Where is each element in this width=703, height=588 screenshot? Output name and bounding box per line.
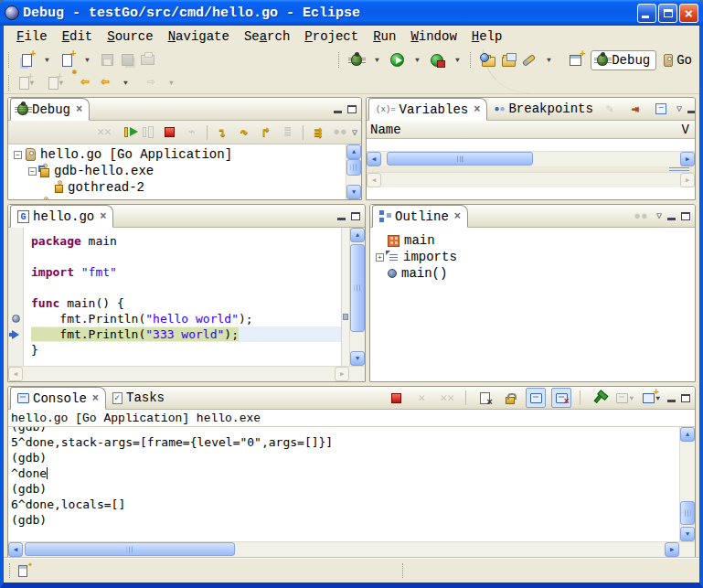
tree-item[interactable]: −gdb-hello.exe — [12, 163, 346, 179]
maximize-view-button[interactable] — [351, 212, 360, 220]
editor-gutter[interactable] — [8, 228, 24, 366]
console-line[interactable]: ^done — [11, 465, 679, 481]
scroll-left-icon[interactable]: ◀ — [8, 367, 23, 381]
next-annotation-button[interactable]: ▼ — [16, 73, 37, 93]
scroll-up-icon[interactable]: ▲ — [346, 144, 361, 159]
run-dropdown[interactable]: ▼ — [407, 50, 427, 70]
collapse-all-button[interactable]: − — [651, 99, 671, 119]
gutter-row[interactable] — [8, 280, 23, 295]
last-edit-location-button[interactable]: ⇦ — [75, 73, 95, 93]
code-line[interactable]: import "fmt" — [31, 264, 341, 280]
debug-button[interactable] — [346, 50, 367, 70]
view-menu-icon[interactable]: ▽ — [656, 210, 662, 221]
variables-table-empty[interactable] — [367, 139, 695, 151]
toolbar-grip[interactable] — [8, 75, 12, 91]
gutter-row[interactable] — [8, 264, 23, 280]
remove-launch-button[interactable]: ✕ — [411, 388, 431, 408]
maximize-view-button[interactable] — [681, 394, 690, 402]
clear-console-button[interactable] — [474, 388, 495, 408]
menu-run[interactable]: Run — [366, 27, 403, 46]
print-button[interactable] — [137, 50, 157, 70]
tab-variables[interactable]: (x)= Variables × — [368, 98, 487, 121]
code-area[interactable]: package mainimport "fmt"func main() { fm… — [24, 228, 341, 366]
console-output[interactable]: (gdb)5^done,stack-args=[frame={level="0"… — [8, 427, 679, 541]
fast-view-icon[interactable] — [18, 565, 27, 577]
forward-button[interactable]: ⇨ — [141, 73, 161, 93]
console-terminate-button[interactable] — [386, 388, 406, 408]
gutter-row[interactable] — [8, 249, 23, 264]
scroll-lock-button[interactable] — [500, 388, 520, 408]
close-window-button[interactable]: × — [679, 4, 698, 23]
back-dropdown[interactable]: ▼ — [115, 73, 135, 93]
view-menu-icon[interactable]: ▽ — [352, 127, 357, 138]
scroll-left-icon[interactable]: ◀ — [367, 152, 381, 166]
tree-item[interactable]: gothread-2 — [12, 179, 346, 196]
scroll-right-icon[interactable]: ▶ — [680, 152, 695, 166]
gutter-row[interactable] — [8, 311, 23, 326]
tab-debug[interactable]: Debug × — [10, 98, 90, 121]
new-wizard-button[interactable] — [16, 50, 37, 70]
step-over-button[interactable]: ↷ — [234, 123, 254, 143]
console-vertical-scrollbar[interactable]: ▲ ▼ — [679, 427, 695, 541]
open-type-button[interactable] — [478, 50, 498, 70]
scrollbar-thumb[interactable] — [350, 244, 365, 332]
minimize-view-button[interactable] — [667, 218, 676, 220]
close-tab-icon[interactable]: × — [474, 103, 480, 116]
detail-pane-scrollbar[interactable]: ◀ ▶ — [367, 172, 695, 187]
scroll-right-icon[interactable]: ▶ — [665, 542, 679, 557]
show-stdout-button[interactable] — [526, 388, 546, 408]
close-tab-icon[interactable]: × — [454, 210, 461, 223]
variables-horizontal-scrollbar[interactable]: ◀ ▶ — [367, 151, 695, 166]
minimize-view-button[interactable] — [687, 111, 696, 113]
code-line[interactable]: func main() { — [31, 295, 341, 311]
disconnect-button[interactable]: ⌁ — [182, 123, 202, 143]
tab-hello-go[interactable]: G hello.go × — [10, 205, 113, 228]
tab-tasks[interactable]: Tasks — [106, 387, 171, 410]
display-selected-console-button[interactable]: ▼ — [614, 388, 635, 408]
debug-tree-vertical-scrollbar[interactable]: ▲ ▼ — [346, 144, 361, 199]
scroll-right-icon[interactable]: ▶ — [680, 173, 695, 187]
external-tools-button[interactable] — [427, 50, 447, 70]
external-tools-dropdown[interactable]: ▼ — [447, 50, 467, 70]
scroll-left-icon[interactable]: ◀ — [8, 542, 23, 557]
menu-help[interactable]: Help — [464, 27, 510, 46]
editor-vertical-scrollbar[interactable]: ▲ ▼ — [349, 228, 365, 366]
maximize-view-button[interactable] — [347, 105, 357, 113]
forward-dropdown[interactable]: ▼ — [161, 73, 181, 93]
statusbar-grip[interactable] — [9, 563, 13, 578]
annotation-mark[interactable] — [343, 314, 348, 320]
code-line[interactable] — [31, 280, 341, 295]
breakpoint-icon[interactable] — [12, 315, 20, 323]
terminate-button[interactable] — [160, 123, 180, 143]
tree-item[interactable] — [12, 196, 346, 199]
gutter-row[interactable] — [8, 295, 23, 311]
maximize-view-button[interactable] — [681, 212, 690, 220]
collapse-expander-icon[interactable]: − — [14, 151, 22, 159]
view-menu-icon[interactable]: ▽ — [676, 103, 682, 114]
save-all-button[interactable] — [117, 50, 137, 70]
menu-project[interactable]: Project — [297, 27, 366, 46]
show-type-names-button[interactable]: ✎ — [600, 99, 620, 119]
close-tab-icon[interactable]: × — [100, 210, 106, 223]
previous-annotation-button[interactable]: ▼ — [46, 73, 66, 93]
expand-expander-icon[interactable]: + — [376, 253, 384, 262]
menu-search[interactable]: Search — [237, 27, 297, 46]
scroll-down-icon[interactable]: ▼ — [350, 351, 365, 366]
debug-dropdown[interactable]: ▼ — [367, 50, 387, 70]
close-tab-icon[interactable]: × — [92, 392, 99, 405]
close-tab-icon[interactable]: × — [76, 103, 82, 116]
restart-button[interactable]: ●● — [330, 123, 350, 143]
tab-console[interactable]: Console × — [10, 387, 106, 410]
open-perspective-button[interactable] — [565, 50, 585, 70]
overview-ruler[interactable] — [341, 228, 349, 366]
tree-item[interactable]: main — [374, 232, 695, 249]
resume-button[interactable] — [116, 123, 136, 143]
scroll-down-icon[interactable]: ▼ — [346, 185, 361, 199]
scrollbar-thumb[interactable] — [346, 159, 361, 176]
menu-file[interactable]: File — [9, 27, 55, 46]
console-line[interactable]: (gdb) — [11, 481, 679, 497]
collapse-expander-icon[interactable]: − — [28, 167, 37, 176]
tree-item[interactable]: main() — [374, 265, 695, 282]
pin-console-button[interactable] — [589, 388, 609, 408]
show-logical-structure-button[interactable]: ⇥ — [625, 99, 645, 119]
